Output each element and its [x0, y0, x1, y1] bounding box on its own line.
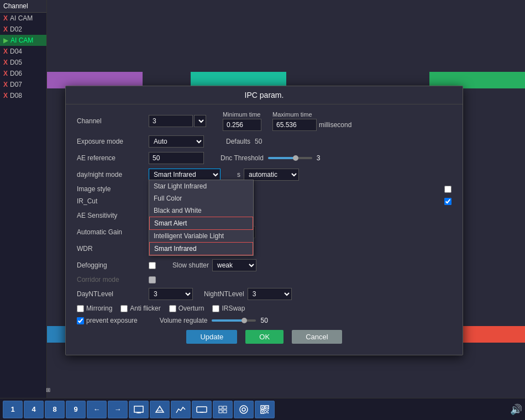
nightnt-label: NightNTLevel [204, 290, 244, 298]
ae-reference-row: AE reference Dnc Threshold 3 [77, 152, 452, 164]
defaults-value: 50 [255, 138, 262, 145]
x-icon: X [3, 70, 8, 77]
dropdown-item-fullcolor[interactable]: Full Color [149, 192, 253, 204]
svg-rect-16 [266, 407, 267, 408]
taskbar-btn-1[interactable]: 1 [3, 401, 23, 418]
dropdown-item-starlight[interactable]: Star Light Infrared [149, 180, 253, 192]
channel-row: Channel ▼ Minimum time Maximum time mill… [77, 111, 452, 131]
save-icon [239, 405, 249, 414]
defogging-label: Defogging [77, 261, 149, 269]
sidebar-item-d02[interactable]: X D02 [0, 24, 46, 35]
dropdown-item-intellivar[interactable]: Intelligent Variable Light [149, 230, 253, 242]
sidebar-label: D05 [10, 59, 22, 66]
dropdown-item-smartalert[interactable]: Smart Alert [149, 217, 253, 230]
sidebar-label: AI CAM [10, 14, 33, 22]
overturn-label: Overturn [179, 305, 204, 312]
svg-rect-10 [223, 410, 227, 413]
channel-input[interactable] [149, 115, 193, 127]
ae-reference-label: AE reference [77, 154, 149, 162]
dropdown-item-bw[interactable]: Black and White [149, 204, 253, 217]
update-button[interactable]: Update [186, 330, 237, 344]
antiflicker-label: Anti flicker [130, 305, 160, 312]
taskbar-btn-ptz[interactable] [150, 401, 170, 418]
grid-icon [218, 406, 227, 413]
screen-icon [134, 406, 144, 413]
taskbar-btn-grid[interactable] [213, 401, 233, 418]
dropdown-item-smartir[interactable]: Smart Infrared [149, 242, 253, 255]
prevent-checkbox[interactable] [77, 317, 84, 324]
day-night-dropdown[interactable]: Star Light Infrared Full Color Black and… [149, 180, 254, 256]
sidebar-item-d04[interactable]: X D04 [0, 46, 46, 57]
x-icon: X [3, 25, 8, 33]
slow-shutter-select[interactable]: weak [212, 259, 256, 271]
ae-sensitivity-label: AE Sensitivity [77, 212, 149, 219]
day-night-label: day/night mode [77, 171, 149, 179]
taskbar-btn-next[interactable]: → [108, 401, 128, 418]
channel-select[interactable]: ▼ [194, 115, 206, 127]
sidebar-item-d08[interactable]: X D08 [0, 90, 46, 101]
iris-checkbox[interactable] [444, 186, 452, 193]
ok-button[interactable]: OK [245, 330, 284, 344]
svg-rect-0 [134, 406, 143, 412]
max-time-group: Maximum time millisecond [272, 111, 351, 131]
overturn-checkbox[interactable] [169, 305, 176, 312]
ipc-param-dialog: IPC param. Channel ▼ Minimum time Maximu… [65, 86, 463, 355]
sidebar-label: AI CAM [11, 36, 33, 44]
sidebar-label: D02 [10, 25, 22, 33]
corridor-checkbox[interactable] [149, 276, 156, 284]
min-time-input[interactable] [223, 119, 261, 131]
iris-select[interactable]: automatic [244, 169, 299, 181]
sidebar-item-aicam2[interactable]: ▶ AI CAM [0, 35, 46, 46]
svg-rect-21 [266, 411, 267, 412]
ms-label: millisecond [319, 121, 351, 129]
antiflicker-checkbox[interactable] [120, 305, 128, 312]
volume-slider[interactable] [212, 319, 256, 322]
day-night-row: day/night mode Smart Infrared Star Light… [77, 169, 452, 181]
defaults-label: Defaults [226, 138, 250, 145]
taskbar-btn-4[interactable]: 4 [24, 401, 44, 418]
sidebar: Channel X AI CAM X D02 ▶ AI CAM X D04 X … [0, 0, 47, 398]
svg-rect-7 [219, 406, 222, 409]
ir-cut-label: IR_Cut [77, 197, 149, 205]
button-row: Update OK Cancel [77, 330, 452, 348]
taskbar-btn-9[interactable]: 9 [66, 401, 86, 418]
ae-reference-input[interactable] [149, 152, 204, 164]
max-time-input[interactable] [272, 119, 317, 131]
taskbar-btn-screen[interactable] [129, 401, 149, 418]
svg-rect-9 [219, 410, 222, 413]
irswap-checkbox[interactable] [212, 305, 219, 312]
volume-label: Volume regulate [160, 317, 208, 324]
dnc-slider[interactable] [268, 157, 312, 159]
cancel-button[interactable]: Cancel [292, 330, 342, 344]
prevent-wrap: prevent exposure [77, 317, 138, 324]
defogging-checkbox[interactable] [149, 262, 156, 269]
daynt-row: DayNTLevel 3 NightNTLevel 3 [77, 288, 452, 300]
sidebar-item-aicam1[interactable]: X AI CAM [0, 13, 46, 24]
daynt-select[interactable]: 3 [149, 288, 193, 300]
sidebar-label: D08 [10, 92, 22, 99]
image-style-label: Image style [77, 185, 149, 193]
taskbar-btn-display[interactable] [192, 401, 212, 418]
day-night-select[interactable]: Smart Infrared [149, 169, 221, 181]
wdr-label: WDR [77, 245, 149, 253]
sidebar-header: Channel [0, 0, 46, 13]
auto-gain-row: Automatic Gain Upper limit [77, 226, 452, 238]
taskbar-btn-chart[interactable] [171, 401, 191, 418]
taskbar-btn-prev[interactable]: ← [87, 401, 107, 418]
exposure-select[interactable]: Auto [149, 135, 204, 148]
taskbar-btn-save[interactable] [234, 401, 254, 418]
svg-point-12 [242, 408, 245, 411]
sidebar-item-d06[interactable]: X D06 [0, 68, 46, 79]
svg-rect-14 [262, 407, 263, 408]
mirroring-checkbox[interactable] [77, 305, 84, 312]
sidebar-item-d07[interactable]: X D07 [0, 79, 46, 90]
min-time-group: Minimum time [223, 111, 261, 131]
sidebar-item-d05[interactable]: X D05 [0, 57, 46, 68]
nightnt-select[interactable]: 3 [248, 288, 292, 300]
channel-label: Channel [77, 117, 149, 125]
taskbar-btn-8[interactable]: 8 [45, 401, 65, 418]
ir-cut-checkbox[interactable] [444, 198, 452, 205]
resize-handle[interactable]: ⊞ [46, 387, 50, 393]
sidebar-label: D06 [10, 70, 22, 77]
taskbar-btn-qr[interactable] [255, 401, 275, 418]
